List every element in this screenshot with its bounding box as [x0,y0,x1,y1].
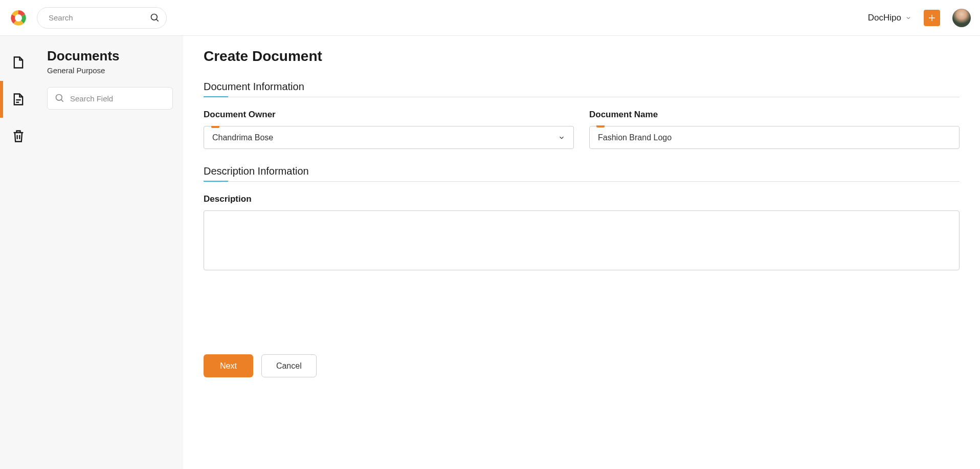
page-title: Create Document [204,48,960,65]
org-name: DocHipo [868,13,901,23]
form-row-desc: Description [204,194,960,272]
sidebar-subtitle: General Purpose [47,66,173,75]
global-search[interactable] [37,7,167,29]
next-button[interactable]: Next [204,354,253,377]
owner-select[interactable]: Chandrima Bose [204,126,574,149]
side-panel: Documents General Purpose [37,36,183,469]
search-icon [150,13,160,23]
owner-value: Chandrima Bose [212,133,273,142]
nav-item-document-text[interactable] [0,81,37,118]
sidebar-search[interactable] [47,87,173,110]
search-icon [55,93,65,103]
org-selector[interactable]: DocHipo [868,13,911,23]
nav-item-document[interactable] [0,44,37,81]
sidebar-title: Documents [47,48,173,64]
sidebar-search-input[interactable] [70,94,162,103]
svg-line-2 [157,19,159,21]
form-group-description: Description [204,194,960,272]
owner-label: Document Owner [204,110,574,120]
main-content: Create Document Document Information Doc… [183,36,980,469]
name-input[interactable] [589,126,960,149]
name-label: Document Name [589,110,960,120]
user-avatar[interactable] [952,9,971,27]
section-description-info: Description Information [204,165,960,182]
description-label: Description [204,194,960,204]
document-text-icon [11,92,26,106]
form-group-name: Document Name [589,110,960,149]
global-search-input[interactable] [49,13,146,22]
header-left [9,7,167,29]
svg-point-0 [15,14,22,22]
form-group-owner: Document Owner Chandrima Bose [204,110,574,149]
svg-line-10 [61,100,63,102]
chevron-down-icon [558,134,565,141]
description-textarea[interactable] [204,210,960,270]
add-button[interactable] [924,10,940,26]
section-document-info: Document Information [204,81,960,97]
plus-icon [927,13,937,23]
svg-point-9 [56,95,62,101]
trash-icon [11,129,26,143]
button-row: Next Cancel [204,354,960,377]
svg-point-1 [151,14,158,20]
document-icon [11,55,26,70]
chevron-down-icon [905,15,911,21]
header-right: DocHipo [868,9,971,27]
cancel-button[interactable]: Cancel [261,354,317,377]
header: DocHipo [0,0,980,36]
form-row-info: Document Owner Chandrima Bose Document N… [204,110,960,149]
nav-rail [0,36,37,469]
nav-item-trash[interactable] [0,118,37,155]
app-logo[interactable] [9,9,28,27]
body-container: Documents General Purpose Create Documen… [0,36,980,469]
